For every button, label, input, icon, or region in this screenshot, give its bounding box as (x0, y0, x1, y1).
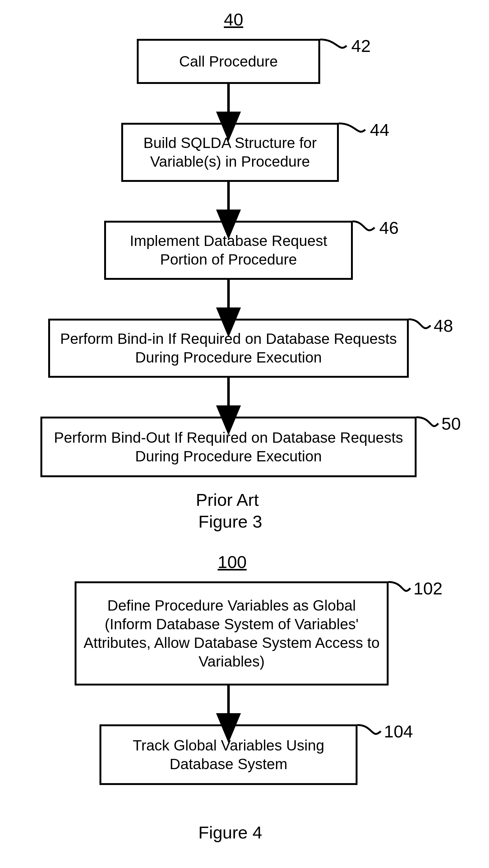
label-42: 42 (351, 36, 371, 56)
figure4-caption: Figure 4 (198, 822, 262, 842)
diagram-canvas: 40 Call Procedure 42 Build SQLDA Structu… (0, 0, 489, 868)
box-text: Implement Database Request Portion of Pr… (112, 231, 345, 269)
label-48: 48 (434, 315, 453, 336)
box-text: Track Global Variables Using Database Sy… (108, 736, 349, 774)
figure3-caption1: Prior Art (196, 490, 258, 510)
box-define-global: Define Procedure Variables as Global (In… (74, 581, 389, 685)
label-50: 50 (441, 413, 461, 434)
box-call-procedure: Call Procedure (137, 39, 320, 84)
label-46: 46 (379, 218, 399, 238)
box-track-global: Track Global Variables Using Database Sy… (99, 724, 358, 785)
box-implement-db-request: Implement Database Request Portion of Pr… (104, 221, 353, 280)
figure3-title: 40 (224, 9, 243, 30)
label-44: 44 (370, 120, 389, 140)
box-text: Perform Bind-in If Required on Database … (56, 330, 401, 367)
label-102: 102 (414, 578, 442, 598)
figure3-caption2: Figure 3 (198, 512, 262, 532)
label-104: 104 (384, 721, 413, 741)
box-text: Call Procedure (179, 52, 278, 71)
box-bind-in: Perform Bind-in If Required on Database … (48, 319, 409, 378)
box-text: Perform Bind-Out If Required on Database… (49, 428, 408, 466)
figure4-title: 100 (218, 552, 246, 572)
box-bind-out: Perform Bind-Out If Required on Database… (40, 416, 417, 477)
box-build-sqlda: Build SQLDA Structure for Variable(s) in… (121, 123, 339, 182)
box-text: Build SQLDA Structure for Variable(s) in… (129, 134, 331, 171)
box-text: Define Procedure Variables as Global (In… (83, 596, 380, 671)
